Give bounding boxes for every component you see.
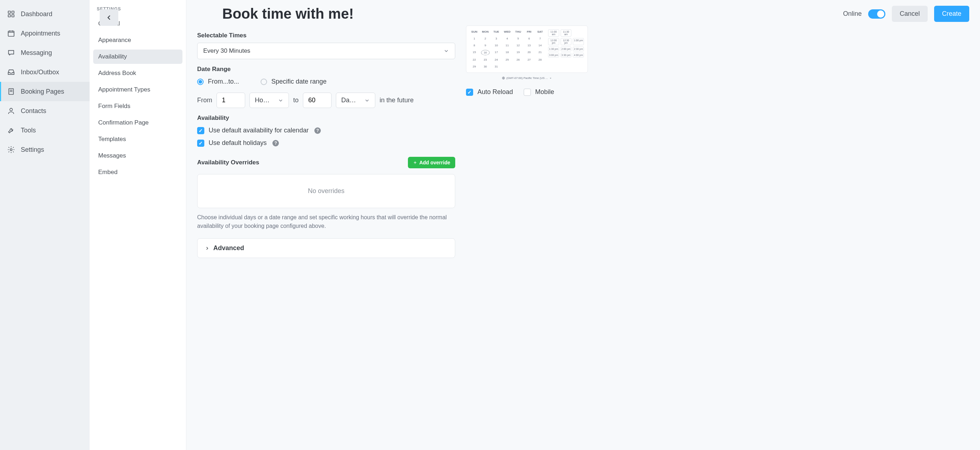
- online-label: Online: [843, 10, 862, 18]
- cal-day[interactable]: 21: [536, 50, 544, 55]
- cal-day[interactable]: 25: [503, 57, 512, 62]
- nav-item-messaging[interactable]: Messaging: [0, 43, 90, 62]
- time-slot[interactable]: 4:00 pm: [573, 53, 584, 57]
- settings-item-address-book[interactable]: Address Book: [93, 66, 183, 80]
- use-default-availability-checkbox[interactable]: [197, 127, 204, 134]
- radio-specific-label: Specific date range: [271, 78, 326, 85]
- cal-day[interactable]: 7: [536, 36, 544, 41]
- cal-day[interactable]: 19: [514, 50, 523, 55]
- page-icon: [7, 88, 15, 96]
- cal-day[interactable]: 22: [470, 57, 479, 62]
- auto-reload-checkbox[interactable]: [466, 89, 473, 96]
- cal-day[interactable]: 4: [503, 36, 512, 41]
- primary-nav: DashboardAppointmentsMessagingInbox/Outb…: [0, 0, 90, 450]
- nav-item-settings[interactable]: Settings: [0, 140, 90, 160]
- cal-day[interactable]: 27: [525, 57, 534, 62]
- online-toggle[interactable]: [868, 10, 885, 19]
- calendar-icon: [7, 29, 15, 37]
- overrides-hint: Choose individual days or a date range a…: [197, 213, 455, 230]
- radio-from-to[interactable]: From...to...: [197, 78, 239, 85]
- no-overrides-box: No overrides: [197, 174, 455, 208]
- cal-day[interactable]: 26: [514, 57, 523, 62]
- cal-day[interactable]: 8: [470, 43, 479, 48]
- time-slot[interactable]: 2:30 pm: [573, 47, 584, 51]
- cal-day[interactable]: 3: [492, 36, 501, 41]
- chevron-right-icon: [205, 246, 210, 251]
- from-value-input[interactable]: [216, 93, 245, 108]
- nav-item-booking-pages[interactable]: Booking Pages: [0, 82, 90, 101]
- settings-item-templates[interactable]: Templates: [93, 132, 183, 147]
- cal-day[interactable]: 17: [492, 50, 501, 55]
- cal-day[interactable]: 10: [492, 43, 501, 48]
- nav-item-label: Messaging: [21, 49, 52, 57]
- time-slot[interactable]: 2:00 pm: [561, 47, 572, 51]
- cal-day[interactable]: 30: [481, 64, 490, 69]
- settings-item-confirmation-page[interactable]: Confirmation Page: [93, 116, 183, 130]
- caret-down-icon: [549, 77, 552, 80]
- time-slot[interactable]: 11:00 am: [548, 29, 559, 37]
- cancel-button[interactable]: Cancel: [892, 6, 928, 22]
- add-override-button[interactable]: Add override: [408, 157, 455, 168]
- from-unit-select[interactable]: Hour(s): [250, 93, 289, 108]
- help-icon[interactable]: ?: [314, 128, 321, 134]
- svg-rect-1: [12, 11, 14, 13]
- settings-item-form-fields[interactable]: Form Fields: [93, 99, 183, 113]
- back-button[interactable]: [100, 10, 118, 26]
- message-icon: [7, 49, 15, 57]
- cal-day[interactable]: 15: [470, 50, 479, 55]
- settings-item-appointment-types[interactable]: Appointment Types: [93, 83, 183, 97]
- create-button[interactable]: Create: [934, 6, 969, 22]
- time-slot[interactable]: 1:00 pm: [573, 38, 584, 45]
- cal-day[interactable]: 9: [481, 43, 490, 48]
- nav-item-inbox-outbox[interactable]: Inbox/Outbox: [0, 62, 90, 82]
- help-icon[interactable]: ?: [272, 140, 279, 147]
- advanced-toggle[interactable]: Advanced: [197, 238, 455, 258]
- settings-item-appearance[interactable]: Appearance: [93, 33, 183, 47]
- cal-day[interactable]: 6: [525, 36, 534, 41]
- to-value-input[interactable]: [303, 93, 332, 108]
- use-default-holidays-checkbox[interactable]: [197, 140, 204, 147]
- date-range-label: Date Range: [197, 65, 455, 73]
- radio-specific-range[interactable]: Specific date range: [261, 78, 326, 85]
- cal-day[interactable]: 16: [481, 50, 490, 55]
- selectable-times-select[interactable]: Every 30 Minutes: [197, 43, 455, 59]
- cal-day[interactable]: 11: [503, 43, 512, 48]
- settings-item-embed[interactable]: Embed: [93, 165, 183, 179]
- nav-item-tools[interactable]: Tools: [0, 121, 90, 140]
- cal-day[interactable]: 1: [470, 36, 479, 41]
- cal-day[interactable]: 13: [525, 43, 534, 48]
- cal-day[interactable]: 5: [514, 36, 523, 41]
- overrides-label: Availability Overrides: [197, 159, 259, 166]
- to-unit-select[interactable]: Day(s): [336, 93, 375, 108]
- cal-day[interactable]: 29: [470, 64, 479, 69]
- cal-day[interactable]: 28: [536, 57, 544, 62]
- gear-icon: [7, 146, 15, 153]
- future-label: in the future: [380, 97, 414, 104]
- cal-day[interactable]: 24: [492, 57, 501, 62]
- nav-item-dashboard[interactable]: Dashboard: [0, 4, 90, 24]
- settings-item-availability[interactable]: Availability: [93, 49, 183, 64]
- time-slot[interactable]: 1:30 pm: [548, 47, 559, 51]
- nav-item-label: Inbox/Outbox: [21, 69, 59, 76]
- cal-day[interactable]: 12: [514, 43, 523, 48]
- cal-day[interactable]: 23: [481, 57, 490, 62]
- time-slot[interactable]: 3:30 pm: [561, 53, 572, 57]
- time-slot[interactable]: 3:00 pm: [548, 53, 559, 57]
- cal-day[interactable]: 18: [503, 50, 512, 55]
- time-slot[interactable]: 12:00 pm: [548, 38, 559, 45]
- cal-day[interactable]: 31: [492, 64, 501, 69]
- cal-day[interactable]: 14: [536, 43, 544, 48]
- nav-item-label: Booking Pages: [21, 88, 64, 96]
- cal-day[interactable]: 20: [525, 50, 534, 55]
- nav-item-label: Appointments: [21, 30, 60, 37]
- chevron-down-icon: [364, 97, 370, 103]
- time-slot[interactable]: 12:30 pm: [561, 38, 572, 45]
- nav-item-contacts[interactable]: Contacts: [0, 101, 90, 121]
- nav-item-appointments[interactable]: Appointments: [0, 24, 90, 43]
- time-slot[interactable]: 11:30 am: [561, 29, 572, 37]
- user-icon: [7, 107, 15, 115]
- cal-day[interactable]: 2: [481, 36, 490, 41]
- settings-item-messages[interactable]: Messages: [93, 148, 183, 163]
- timezone-display[interactable]: (GMT-07:00) Pacific Time (US ...: [466, 77, 588, 80]
- mobile-checkbox[interactable]: [524, 89, 531, 96]
